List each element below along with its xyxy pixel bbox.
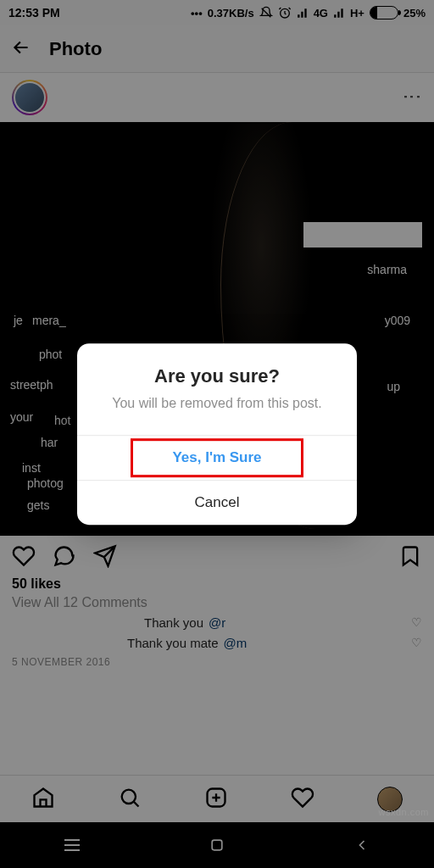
cancel-button[interactable]: Cancel — [77, 480, 357, 525]
watermark: wsxdn.com — [378, 807, 429, 817]
dialog-message: You will be removed from this post. — [77, 394, 357, 431]
dialog-title: Are you sure? — [77, 343, 357, 394]
confirm-dialog: Are you sure? You will be removed from t… — [77, 343, 357, 525]
confirm-button[interactable]: Yes, I'm Sure — [128, 436, 306, 480]
